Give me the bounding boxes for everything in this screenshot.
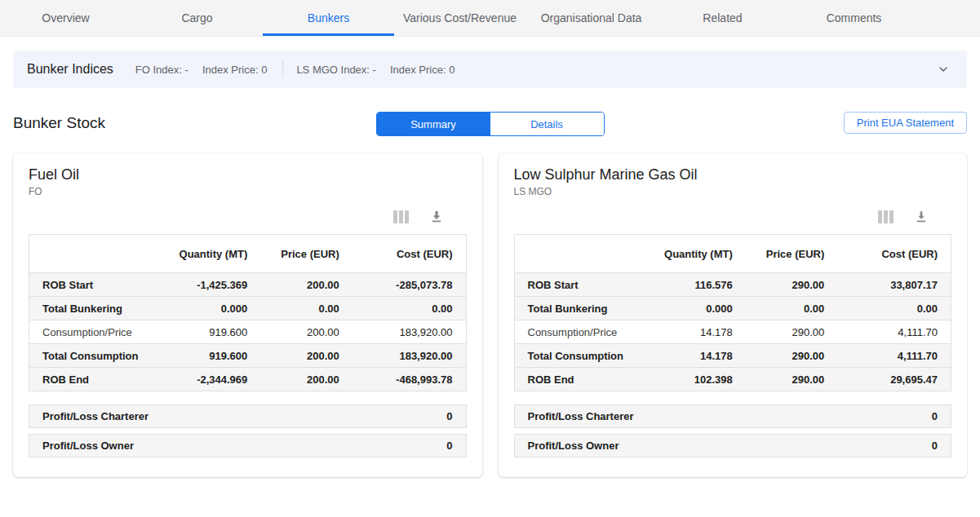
- column-header-price: Price (EUR): [746, 235, 837, 273]
- row-label: Total Consumption: [29, 344, 161, 368]
- tab-related[interactable]: Related: [657, 0, 788, 36]
- table-row-consumption-price: Consumption/Price 919.600 200.00 183,920…: [29, 320, 467, 344]
- bunker-stock-table: Quantity (MT) Price (EUR) Cost (EUR) ROB…: [514, 234, 952, 391]
- tab-label: Organisational Data: [541, 11, 642, 24]
- profit-loss-label: Profit/Loss Charterer: [528, 410, 634, 422]
- summary-toggle-button[interactable]: Summary: [377, 113, 490, 135]
- profit-loss-value: 0: [446, 410, 452, 422]
- table-row-consumption-price: Consumption/Price 14.178 290.00 4,111.70: [514, 320, 951, 344]
- columns-icon[interactable]: [393, 210, 409, 223]
- quantity-value: 0.000: [645, 297, 746, 320]
- tab-various-cost-revenue[interactable]: Various Cost/Revenue: [394, 0, 525, 36]
- price-value: 200.00: [260, 320, 352, 344]
- row-label: Total Bunkering: [514, 297, 645, 320]
- quantity-value: -1,425.369: [160, 273, 260, 297]
- quantity-value: 0.000: [160, 297, 260, 320]
- column-header-quantity: Quantity (MT): [160, 235, 260, 273]
- table-row-rob-end: ROB End -2,344.969 200.00 -468,993.78: [29, 368, 467, 391]
- fo-index-price: Index Price: 0: [202, 64, 268, 76]
- cost-value: -285,073.78: [353, 273, 466, 297]
- bunker-stock-header: Bunker Stock Summary Details Print EUA S…: [13, 110, 967, 135]
- divider: [282, 60, 283, 78]
- card-title: Fuel Oil: [29, 166, 467, 183]
- quantity-value: 919.600: [160, 320, 260, 344]
- cost-value: -468,993.78: [353, 368, 466, 391]
- profit-loss-label: Profit/Loss Owner: [528, 440, 619, 452]
- tab-bar: Overview Cargo Bunkers Various Cost/Reve…: [0, 0, 980, 37]
- row-label: ROB Start: [514, 273, 645, 297]
- ls-mgo-index-value: LS MGO Index: -: [296, 64, 376, 76]
- card-subtitle: FO: [29, 186, 467, 197]
- fuel-oil-card: Fuel Oil FO Quantity (MT) Price (EUR) Co…: [13, 153, 482, 477]
- row-label: Consumption/Price: [514, 320, 645, 344]
- row-label: Total Consumption: [514, 344, 645, 368]
- download-icon[interactable]: [429, 210, 444, 224]
- tab-bunkers[interactable]: Bunkers: [263, 0, 394, 36]
- quantity-value: 14.178: [645, 344, 746, 368]
- bunker-indices-title: Bunker Indices: [27, 62, 113, 77]
- profit-loss-owner-row: Profit/Loss Owner 0: [29, 434, 467, 457]
- cost-value: 0.00: [837, 297, 951, 320]
- quantity-value: 102.398: [645, 368, 746, 391]
- tab-label: Bunkers: [308, 11, 349, 24]
- cost-value: 33,807.17: [837, 273, 951, 297]
- column-header-cost: Cost (EUR): [837, 235, 951, 273]
- cost-value: 0.00: [353, 297, 466, 320]
- price-value: 290.00: [746, 320, 837, 344]
- profit-loss-value: 0: [932, 440, 938, 452]
- ls-mgo-card: Low Sulphur Marine Gas Oil LS MGO Quanti…: [499, 153, 968, 477]
- cost-value: 183,920.00: [353, 320, 466, 344]
- table-row-rob-start: ROB Start -1,425.369 200.00 -285,073.78: [29, 273, 467, 297]
- column-header-price: Price (EUR): [260, 235, 352, 273]
- table-row-total-consumption: Total Consumption 919.600 200.00 183,920…: [29, 344, 467, 368]
- price-value: 290.00: [746, 368, 837, 391]
- table-row-total-consumption: Total Consumption 14.178 290.00 4,111.70: [514, 344, 951, 368]
- profit-loss-owner-row: Profit/Loss Owner 0: [514, 434, 952, 457]
- table-row-total-bunkering: Total Bunkering 0.000 0.00 0.00: [514, 297, 951, 320]
- tab-comments[interactable]: Comments: [788, 0, 920, 36]
- bunker-indices-panel-header[interactable]: Bunker Indices FO Index: - Index Price: …: [13, 51, 967, 88]
- columns-icon[interactable]: [878, 210, 894, 223]
- print-eua-statement-button[interactable]: Print EUA Statement: [844, 112, 967, 134]
- price-value: 0.00: [260, 297, 352, 320]
- tab-label: Comments: [827, 11, 882, 24]
- quantity-value: 919.600: [160, 344, 260, 368]
- tab-organisational-data[interactable]: Organisational Data: [525, 0, 657, 36]
- bunker-cards: Fuel Oil FO Quantity (MT) Price (EUR) Co…: [13, 153, 967, 477]
- cost-value: 29,695.47: [837, 368, 951, 391]
- tab-label: Cargo: [181, 11, 212, 24]
- card-title: Low Sulphur Marine Gas Oil: [514, 166, 952, 183]
- tab-label: Related: [703, 11, 742, 24]
- chevron-down-icon[interactable]: [937, 63, 950, 76]
- price-value: 200.00: [260, 368, 352, 391]
- cost-value: 4,111.70: [837, 344, 951, 368]
- card-subtitle: LS MGO: [514, 186, 952, 197]
- tab-label: Overview: [42, 11, 89, 24]
- details-toggle-button[interactable]: Details: [490, 113, 604, 135]
- quantity-value: -2,344.969: [160, 368, 260, 391]
- cost-value: 4,111.70: [837, 320, 951, 344]
- price-value: 200.00: [260, 344, 352, 368]
- column-header-cost: Cost (EUR): [353, 235, 466, 273]
- cost-value: 183,920.00: [353, 344, 466, 368]
- row-label: ROB Start: [29, 273, 161, 297]
- summary-details-toggle: Summary Details: [376, 112, 605, 136]
- row-label: Consumption/Price: [29, 320, 161, 344]
- column-header-empty: [29, 235, 161, 273]
- bunker-stock-table: Quantity (MT) Price (EUR) Cost (EUR) ROB…: [29, 234, 467, 391]
- table-row-rob-start: ROB Start 116.576 290.00 33,807.17: [514, 273, 951, 297]
- row-label: ROB End: [514, 368, 645, 391]
- card-toolbar: [29, 210, 467, 224]
- price-value: 290.00: [746, 344, 837, 368]
- row-label: Total Bunkering: [29, 297, 161, 320]
- download-icon[interactable]: [914, 210, 929, 224]
- row-label: ROB End: [29, 368, 161, 391]
- tab-label: Various Cost/Revenue: [403, 11, 517, 24]
- profit-loss-charterer-row: Profit/Loss Charterer 0: [29, 404, 467, 428]
- tab-overview[interactable]: Overview: [0, 0, 131, 36]
- column-header-quantity: Quantity (MT): [645, 235, 746, 273]
- profit-loss-label: Profit/Loss Owner: [42, 440, 134, 452]
- tab-cargo[interactable]: Cargo: [131, 0, 263, 36]
- price-value: 200.00: [260, 273, 352, 297]
- ls-mgo-index-price: Index Price: 0: [390, 64, 455, 76]
